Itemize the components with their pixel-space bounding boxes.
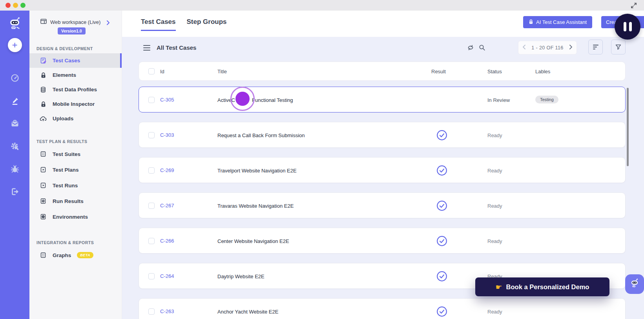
sidebar-item-label: Mobile Inspector <box>53 101 95 107</box>
tab-test-cases[interactable]: Test Cases <box>141 18 176 31</box>
sidebar-item-label: Test Plans <box>53 167 79 173</box>
sidebar-item-test-plans[interactable]: Test Plans <box>29 162 122 178</box>
table-row[interactable]: C-263 Anchor Yacht Website E2E Ready <box>139 298 626 319</box>
icon-rail: QA + <box>0 11 29 319</box>
page-next-icon[interactable] <box>569 44 573 51</box>
logout-icon[interactable] <box>8 185 22 199</box>
sidebar-item-label: Elements <box>53 72 76 78</box>
sidebar-item-elements[interactable]: Elements <box>29 68 122 82</box>
row-checkbox[interactable] <box>148 167 155 174</box>
sidebar-item-test-cases[interactable]: Test Cases <box>29 53 122 68</box>
page-prev-icon[interactable] <box>522 44 526 51</box>
close-window-button[interactable] <box>5 3 11 8</box>
lock-icon <box>40 72 47 78</box>
column-header-status: Status <box>487 69 502 74</box>
workspace-label: Web workspace (Live) <box>50 19 100 25</box>
refresh-icon[interactable] <box>467 44 474 53</box>
table-header: Id Title Result Status Lables <box>139 62 626 81</box>
debug-bug-icon[interactable] <box>8 162 22 176</box>
filter-button[interactable] <box>611 40 626 54</box>
status-text: In Review <box>487 97 510 103</box>
sidebar-item-run-results[interactable]: Run Results <box>29 193 122 209</box>
result-passed-icon <box>436 165 447 178</box>
settings-wrench-icon[interactable] <box>8 139 22 153</box>
dashboard-icon[interactable] <box>8 71 22 85</box>
workspace-selector[interactable]: Web workspace (Live) Version1.0 <box>29 11 122 34</box>
testcase-title: Request a Call Back Form Submission <box>217 132 305 138</box>
book-demo-banner[interactable]: ☛ Book a Personalized Demo <box>475 277 609 296</box>
testcase-id-link[interactable]: C-303 <box>160 132 174 138</box>
sidebar-item-uploads[interactable]: Uploads <box>29 111 122 126</box>
column-header-id: Id <box>160 69 164 74</box>
select-all-checkbox[interactable] <box>148 68 155 74</box>
tab-bar: Test Cases Step Groups <box>141 18 227 31</box>
testcase-id-link[interactable]: C-267 <box>160 203 174 208</box>
pause-icon <box>624 22 626 31</box>
table-row[interactable]: C-305 ActiveC Functional Testing In Revi… <box>139 87 626 112</box>
pagination: 1 - 20 OF 116 <box>518 41 577 54</box>
sidebar-item-label: Graphs <box>53 252 71 258</box>
sidebar-item-test-runs[interactable]: Test Runs <box>29 178 122 193</box>
sidebar-item-mobile-inspector[interactable]: Mobile Inspector <box>29 97 122 111</box>
version-badge: Version1.0 <box>58 27 86 34</box>
editor-pencil-icon[interactable] <box>8 94 22 108</box>
column-header-result: Result <box>431 69 446 74</box>
beta-badge: BETA <box>77 252 93 258</box>
page-range-label: 1 - 20 OF 116 <box>531 45 563 51</box>
status-text: Ready <box>487 132 502 138</box>
lock-icon <box>40 101 47 107</box>
minimize-window-button[interactable] <box>13 3 18 8</box>
testcase-id-link[interactable]: C-263 <box>160 308 174 314</box>
testcase-id-link[interactable]: C-264 <box>160 273 174 279</box>
projects-briefcase-icon[interactable] <box>8 116 22 130</box>
test-cases-icon <box>40 57 47 64</box>
grid-dots-icon <box>40 252 47 258</box>
testcase-title: Anchor Yacht Website E2E <box>217 309 278 315</box>
svg-text:QA: QA <box>633 286 635 287</box>
row-checkbox[interactable] <box>148 238 155 244</box>
row-checkbox[interactable] <box>148 203 155 209</box>
row-checkbox[interactable] <box>148 273 155 279</box>
pause-icon <box>629 22 632 31</box>
status-text: Ready <box>487 238 502 244</box>
table-row[interactable]: C-269 Travelport Website Navigation E2E … <box>139 157 626 183</box>
list-title: All Test Cases <box>157 44 196 51</box>
table-row[interactable]: C-267 Travaras Website Navigation E2E Re… <box>139 192 626 218</box>
row-checkbox[interactable] <box>148 308 155 315</box>
chat-widget-button[interactable]: QA <box>625 274 644 294</box>
lock-icon <box>529 19 533 25</box>
search-icon[interactable] <box>478 44 486 53</box>
testcase-title-continued: Functional Testing <box>252 97 293 103</box>
sidebar-item-test-suites[interactable]: Test Suites <box>29 146 122 162</box>
tab-step-groups[interactable]: Step Groups <box>187 18 227 31</box>
chevron-right-icon[interactable] <box>106 20 110 27</box>
svg-text:QA: QA <box>12 26 15 29</box>
row-checkbox[interactable] <box>148 97 155 103</box>
add-button[interactable]: + <box>8 38 22 52</box>
testcase-id-link[interactable]: C-266 <box>160 238 174 244</box>
sidebar-item-environments[interactable]: Environments <box>29 209 122 225</box>
check-doc-icon <box>40 198 47 204</box>
pause-recording-button[interactable] <box>615 14 640 40</box>
table-row[interactable]: C-303 Request a Call Back Form Submissio… <box>139 122 626 148</box>
column-header-title: Title <box>217 69 227 74</box>
status-text: Ready <box>487 309 502 315</box>
sidebar: Web workspace (Live) Version1.0 DESIGN &… <box>29 11 122 319</box>
globe-doc-icon <box>40 214 47 220</box>
zoom-window-button[interactable] <box>20 3 26 8</box>
result-passed-icon <box>436 236 447 248</box>
testcase-id-link[interactable]: C-269 <box>160 167 174 173</box>
expand-icon[interactable] <box>630 2 638 9</box>
main-content: Test Cases Step Groups AI Test Case Assi… <box>122 11 644 319</box>
testcase-id-link[interactable]: C-305 <box>160 97 174 103</box>
table-row[interactable]: C-266 Center Website Navigation E2E Read… <box>139 228 626 254</box>
ai-test-case-assistant-button[interactable]: AI Test Case Assistant <box>523 16 592 28</box>
sort-button[interactable] <box>588 40 603 54</box>
row-checkbox[interactable] <box>148 132 155 138</box>
sidebar-item-test-data-profiles[interactable]: Test Data Profiles <box>29 82 122 97</box>
view-menu-icon[interactable] <box>143 45 150 52</box>
scrollbar-thumb[interactable] <box>627 88 629 166</box>
book-demo-label: Book a Personalized Demo <box>506 283 589 291</box>
sidebar-item-graphs[interactable]: Graphs BETA <box>29 247 122 263</box>
qa-bot-logo-icon[interactable]: QA <box>7 16 23 34</box>
